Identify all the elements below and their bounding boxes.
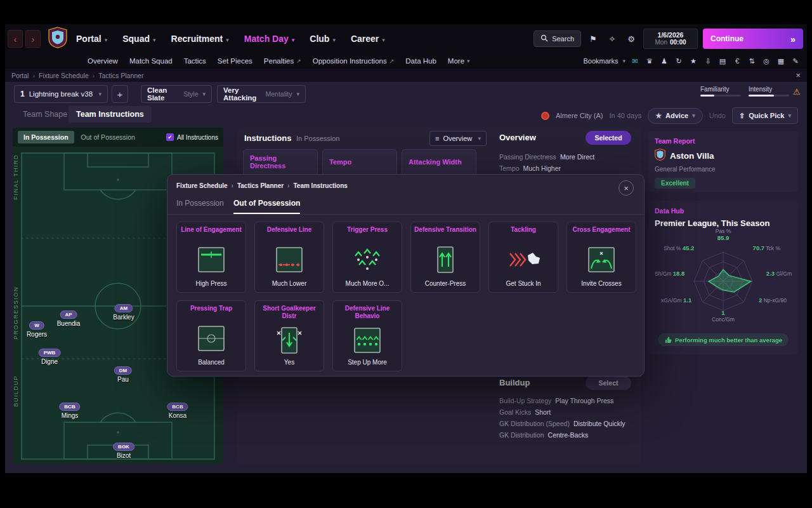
tab-tempo[interactable]: Tempo: [322, 149, 397, 175]
inbox-icon[interactable]: ▤: [717, 56, 728, 66]
zone-progression: PROGRESSION: [13, 286, 19, 340]
defensive-line-icon: [272, 239, 307, 280]
nav-match-day[interactable]: Match Day ▾: [244, 34, 295, 44]
external-link-icon: ↗: [390, 58, 395, 64]
pitch-player-digne[interactable]: PWB Digne: [39, 349, 61, 365]
bookmarks-dropdown[interactable]: Bookmarks: [583, 57, 618, 65]
radar-label-tck: 70.7 Tck %: [753, 244, 780, 251]
modal-tab-out-of-possession[interactable]: Out of Possession: [233, 199, 300, 214]
finances-icon[interactable]: €: [732, 56, 742, 66]
scouting-icon[interactable]: ◎: [761, 56, 771, 66]
chevron-down-icon: ▾: [153, 37, 156, 43]
download-icon[interactable]: ⇩: [703, 56, 713, 66]
top-bar: ‹ › Portal ▾ Squad ▾ Recruitment ▾ Match…: [5, 24, 807, 53]
card-tackling[interactable]: Tackling Get Stuck In: [488, 222, 558, 293]
line-of-engagement-icon: [193, 239, 229, 280]
modal-close-button[interactable]: ×: [619, 180, 634, 196]
pitch-player-barkley[interactable]: AM Barkley: [113, 304, 134, 321]
breadcrumb-fixture-schedule[interactable]: Fixture Schedule: [39, 72, 89, 79]
chevron-down-icon: ▾: [292, 37, 295, 43]
chevron-down-icon: ▾: [622, 58, 625, 64]
pitch-player-buendia[interactable]: AP Buendia: [57, 311, 81, 327]
view-dropdown[interactable]: ≡ Overview ▾: [429, 131, 487, 146]
subnav-more[interactable]: More▾: [448, 57, 470, 65]
calendar-icon[interactable]: ▦: [776, 56, 786, 66]
radar-label-gl: 2.3 Gl/Gm: [766, 270, 792, 277]
external-link-icon: ↗: [296, 58, 301, 64]
subnav-set-pieces[interactable]: Set Pieces: [218, 57, 252, 65]
defensive-transition-icon: [428, 239, 463, 280]
close-icon[interactable]: ×: [796, 70, 801, 80]
card-defensive-line[interactable]: Defensive Line Much Lower: [254, 222, 324, 293]
card-pressing-trap[interactable]: Pressing Trap Balanced: [176, 300, 246, 371]
opponent-crest-icon: [541, 112, 549, 120]
modal-tab-in-possession[interactable]: In Possession: [176, 199, 224, 213]
chevron-down-icon: ▾: [332, 37, 336, 43]
buildup-select-button[interactable]: Select: [586, 376, 631, 390]
idea-icon[interactable]: ✧: [605, 32, 619, 46]
nav-career[interactable]: Career ▾: [351, 34, 385, 44]
subnav-data-hub[interactable]: Data Hub: [405, 57, 436, 65]
quick-pick-button[interactable]: ⇧ Quick Pick ▾: [732, 107, 798, 124]
app-window: ‹ › Portal ▾ Squad ▾ Recruitment ▾ Match…: [5, 24, 807, 486]
bookmark-flag-icon[interactable]: ⚑: [586, 32, 600, 46]
subnav-overview[interactable]: Overview: [88, 57, 118, 65]
tab-passing-directness[interactable]: Passing Directness: [243, 149, 318, 175]
toggle-in-possession[interactable]: In Possession: [18, 131, 74, 144]
warning-icon: ⚠: [793, 87, 801, 97]
tab-attacking-width[interactable]: Attacking Width: [402, 149, 476, 175]
subnav-tactics[interactable]: Tactics: [184, 57, 206, 65]
settings-gear-icon[interactable]: ⚙: [624, 32, 638, 46]
card-defensive-line-behaviour[interactable]: Defensive Line Behavio Step Up More: [332, 300, 402, 371]
subnav-match-squad[interactable]: Match Squad: [129, 57, 173, 65]
team-report-subtitle: General Performance: [655, 166, 792, 173]
competition-icon[interactable]: ♛: [645, 56, 655, 66]
messages-icon[interactable]: ✉: [630, 56, 640, 66]
breadcrumb-portal[interactable]: Portal: [11, 72, 29, 79]
pitch-player-rogers[interactable]: W Rogers: [27, 321, 47, 338]
chevron-down-icon: ▾: [202, 91, 206, 97]
subnav-penalties[interactable]: Penalties↗: [264, 57, 301, 65]
card-line-of-engagement[interactable]: Line of Engagement High Press: [176, 222, 246, 293]
pitch-player-mings[interactable]: BCB Mings: [59, 403, 80, 419]
modal-breadcrumb: Fixture Schedule › Tactics Planner › Tea…: [176, 182, 348, 189]
all-instructions-toggle[interactable]: ✔ All Instructions: [166, 133, 218, 141]
card-trigger-press[interactable]: Trigger Press Much More O...: [332, 222, 402, 293]
search-button[interactable]: Search: [534, 30, 581, 47]
breadcrumb-tactics-planner[interactable]: Tactics Planner: [98, 72, 143, 79]
back-button[interactable]: ‹: [8, 30, 23, 48]
mentality-select[interactable]: Very Attacking Mentality ▾: [217, 85, 306, 103]
advice-button[interactable]: ★ Advice ▾: [648, 108, 702, 124]
squad-icon[interactable]: ♟: [659, 56, 669, 66]
pitch-player-konsa[interactable]: BCB Konsa: [167, 403, 188, 419]
nav-portal[interactable]: Portal ▾: [76, 34, 107, 44]
style-select[interactable]: Clean Slate Style ▾: [141, 85, 212, 103]
cross-engagement-icon: [584, 239, 619, 280]
card-short-goalkeeper-distribution[interactable]: Short Goalkeeper Distr Yes: [254, 300, 324, 371]
continue-button[interactable]: Continue »: [703, 29, 803, 49]
chevron-down-icon: ▾: [226, 37, 229, 43]
subnav-opposition-instructions[interactable]: Opposition Instructions↗: [313, 57, 395, 65]
card-defensive-transition[interactable]: Defensive Transition Counter-Press: [410, 222, 480, 293]
pitch-player-pau[interactable]: DM Pau: [114, 366, 132, 383]
tab-team-instructions[interactable]: Team Instructions: [69, 106, 152, 123]
match-bar: Almere City (A) In 40 days ★ Advice ▾ Un…: [541, 107, 798, 124]
nav-recruitment[interactable]: Recruitment ▾: [171, 34, 229, 44]
forward-button[interactable]: ›: [25, 30, 41, 48]
data-hub-badge: Performing much better than average: [658, 333, 789, 346]
undo-button[interactable]: Undo: [709, 112, 726, 119]
add-tactic-button[interactable]: +: [112, 85, 128, 103]
notes-icon[interactable]: ✎: [790, 56, 801, 66]
divider: [167, 214, 644, 215]
sync-icon[interactable]: ↻: [674, 56, 684, 66]
card-cross-engagement[interactable]: Cross Engagement Invite Crosses: [566, 222, 636, 293]
awards-icon[interactable]: ★: [688, 56, 698, 66]
toggle-out-of-possession[interactable]: Out of Possession: [75, 131, 141, 144]
overview-selected-button[interactable]: Selected: [586, 131, 631, 145]
tactic-select[interactable]: 1 Lightning break v38 ▾: [14, 85, 108, 103]
tab-team-shape[interactable]: Team Shape: [15, 106, 75, 123]
pitch-player-bizot[interactable]: BGK Bizot: [113, 443, 134, 459]
nav-club[interactable]: Club ▾: [310, 34, 336, 44]
transfers-icon[interactable]: ⇅: [747, 56, 757, 66]
nav-squad[interactable]: Squad ▾: [122, 34, 155, 44]
